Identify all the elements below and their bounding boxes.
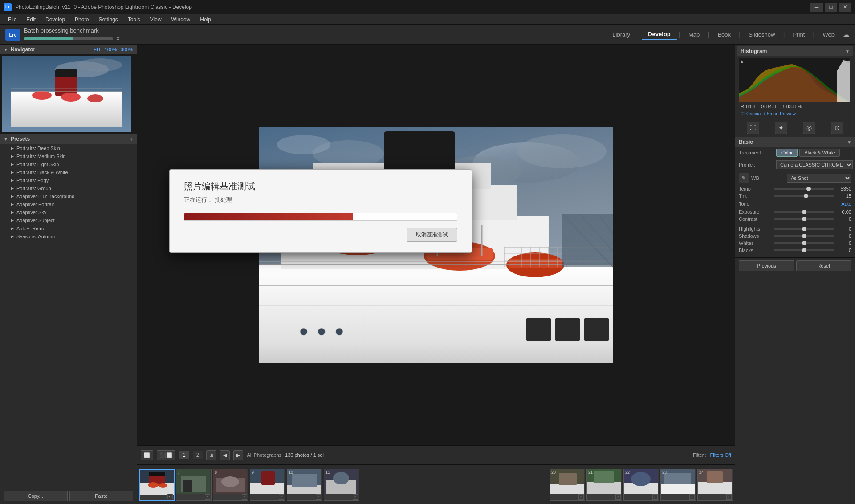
menu-tools[interactable]: Tools (123, 16, 145, 24)
dialog-cancel-button[interactable]: 取消基准测试 (407, 228, 457, 242)
menu-edit[interactable]: Edit (22, 16, 40, 24)
tab-slideshow[interactable]: Slideshow (742, 29, 781, 40)
cloud-icon[interactable]: ☁ (843, 30, 850, 39)
close-button[interactable]: ✕ (839, 3, 851, 12)
preset-portraits-medium-skin[interactable]: ▶ Portraits: Medium Skin (0, 152, 137, 160)
blacks-thumb[interactable] (802, 248, 806, 252)
filmstrip-thumb-23[interactable]: 23 ✓ (660, 469, 696, 501)
color-treatment-button[interactable]: Color (776, 149, 798, 157)
shadows-slider[interactable] (774, 235, 834, 237)
wb-select[interactable]: As Shot (787, 174, 851, 183)
paste-button[interactable]: Paste (69, 491, 134, 501)
preset-label: Adaptive: Blur Background (16, 194, 74, 199)
filmstrip-thumb-10[interactable]: 10 ✓ (287, 469, 322, 501)
menu-photo[interactable]: Photo (70, 16, 93, 24)
basic-panel-header[interactable]: Basic ▼ (735, 137, 855, 147)
preset-portraits-deep-skin[interactable]: ▶ Portraits: Deep Skin (0, 144, 137, 152)
redeye-tool-button[interactable]: ◎ (803, 122, 815, 134)
temp-label: Temp (739, 186, 772, 191)
preset-portraits-group[interactable]: ▶ Portraits: Group (0, 184, 137, 192)
bw-treatment-button[interactable]: Black & White (799, 149, 839, 157)
filmstrip-thumb-11[interactable]: 11 ✓ (324, 469, 359, 501)
contrast-thumb[interactable] (802, 217, 806, 221)
minimize-button[interactable]: ─ (810, 3, 823, 12)
grid-view-button[interactable]: ⊞ (206, 450, 216, 460)
temp-value: 5350 (836, 186, 851, 191)
preset-seasons-autumn[interactable]: ▶ Seasons: Autumn (0, 232, 137, 240)
highlights-thumb[interactable] (802, 227, 806, 231)
preset-adaptive-blur[interactable]: ▶ Adaptive: Blur Background (0, 192, 137, 200)
tone-auto-button[interactable]: Auto (841, 201, 851, 207)
preset-portraits-light-skin[interactable]: ▶ Portraits: Light Skin (0, 160, 137, 168)
histogram-header[interactable]: Histogram ▼ (737, 46, 853, 56)
profile-select[interactable]: Camera CLASSIC CHROME (776, 160, 853, 169)
presets-add-button[interactable]: + (130, 135, 133, 142)
radial-filter-button[interactable]: ⊙ (831, 122, 843, 134)
menu-develop[interactable]: Develop (41, 16, 69, 24)
view-compare-button[interactable]: ⬛⬜ (157, 450, 175, 460)
histogram-left-icon[interactable]: ▲ (740, 59, 744, 64)
tint-slider[interactable] (774, 195, 834, 197)
tab-develop[interactable]: Develop (642, 29, 677, 40)
tab-library[interactable]: Library (606, 29, 636, 40)
highlights-slider[interactable] (774, 228, 834, 230)
histogram-right-icon[interactable]: ▲ (846, 59, 851, 64)
thumb-number: 7 (178, 470, 180, 475)
filmstrip-thumb-22[interactable]: 22 ✓ (623, 469, 659, 501)
wb-eyedropper-button[interactable]: ✎ (739, 173, 749, 183)
blacks-slider[interactable] (774, 249, 834, 251)
tab-book[interactable]: Book (711, 29, 737, 40)
temp-thumb[interactable] (806, 187, 811, 191)
preset-portraits-bw[interactable]: ▶ Portraits: Black & White (0, 168, 137, 176)
tab-map[interactable]: Map (682, 29, 706, 40)
progress-close-icon[interactable]: ✕ (116, 36, 120, 42)
filmstrip-thumb-8[interactable]: 8 ✓ (213, 469, 248, 501)
blacks-value: 0 (836, 248, 851, 253)
preset-auto-retro[interactable]: ▶ Auto+: Retro (0, 224, 137, 232)
next-filmstrip-button[interactable]: ▶ (233, 450, 243, 460)
view-single-button[interactable]: ⬜ (141, 450, 153, 460)
maximize-button[interactable]: □ (825, 3, 837, 12)
tint-thumb[interactable] (804, 194, 808, 198)
whites-thumb[interactable] (802, 241, 806, 245)
tab-print[interactable]: Print (787, 29, 811, 40)
fit-control[interactable]: FIT (94, 47, 101, 52)
prev-filmstrip-button[interactable]: ◀ (220, 450, 230, 460)
smart-preview-link[interactable]: ☑ Original + Smart Preview (737, 110, 853, 117)
filmstrip-thumb-7[interactable]: 7 ✓ (176, 469, 212, 501)
exposure-slider[interactable] (774, 211, 834, 213)
page-2-button[interactable]: 2 (193, 451, 203, 459)
preset-adaptive-subject[interactable]: ▶ Adaptive: Subject (0, 216, 137, 224)
filmstrip-thumb-9[interactable]: 9 ✓ (250, 469, 285, 501)
zoom-100-control[interactable]: 100% (105, 47, 117, 52)
filmstrip-thumb-24[interactable]: 24 ✓ (697, 469, 733, 501)
healing-tool-button[interactable]: ✦ (775, 122, 787, 134)
preset-adaptive-portrait[interactable]: ▶ Adaptive: Portrait (0, 200, 137, 208)
exposure-thumb[interactable] (802, 210, 806, 214)
zoom-300-control[interactable]: 300% (121, 47, 133, 52)
menu-file[interactable]: File (4, 16, 21, 24)
filmstrip-thumb-20[interactable]: 20 ✓ (550, 469, 585, 501)
filter-value[interactable]: Filters Off (710, 452, 731, 458)
tab-web[interactable]: Web (817, 29, 841, 40)
preset-portraits-edgy[interactable]: ▶ Portraits: Edgy (0, 176, 137, 184)
filmstrip-thumb-active[interactable]: ✓ (139, 469, 175, 501)
reset-button[interactable]: Reset (796, 260, 852, 271)
previous-button[interactable]: Previous (739, 260, 794, 271)
presets-header[interactable]: ▼ Presets + (0, 134, 137, 144)
shadows-thumb[interactable] (802, 234, 806, 238)
crop-tool-button[interactable]: ⛶ (747, 122, 759, 134)
smart-preview-label: Original + Smart Preview (746, 111, 796, 116)
temp-slider[interactable] (774, 188, 834, 190)
menu-window[interactable]: Window (167, 16, 195, 24)
navigator-header[interactable]: ▼ Navigator FIT 100% 300% (0, 45, 137, 54)
whites-slider[interactable] (774, 242, 834, 244)
page-1-button[interactable]: 1 (179, 451, 189, 459)
menu-view[interactable]: View (146, 16, 166, 24)
copy-button[interactable]: Copy... (4, 491, 68, 501)
menu-help[interactable]: Help (195, 16, 216, 24)
filmstrip-thumb-21[interactable]: 21 ✓ (586, 469, 622, 501)
menu-settings[interactable]: Settings (94, 16, 122, 24)
preset-adaptive-sky[interactable]: ▶ Adaptive: Sky (0, 208, 137, 216)
contrast-slider[interactable] (774, 218, 834, 220)
